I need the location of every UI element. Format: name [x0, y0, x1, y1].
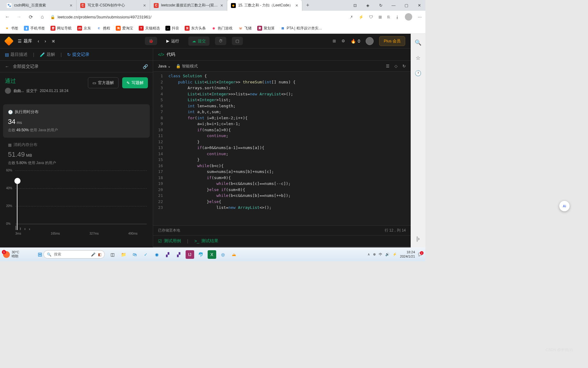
- run-button[interactable]: ▶运行: [163, 36, 183, 46]
- bookmark-item[interactable]: 东东方头条: [185, 26, 206, 31]
- bookmark-item[interactable]: 爱网址导航: [51, 26, 72, 31]
- tab-testcase[interactable]: ☑测试用例: [158, 238, 181, 244]
- weather-widget[interactable]: 1 30°C晴朗: [3, 250, 19, 259]
- bookmark-item[interactable]: C携程: [96, 26, 110, 31]
- close-icon[interactable]: ✕: [295, 3, 298, 8]
- reset-icon[interactable]: ↻: [402, 64, 406, 68]
- extensions-icon[interactable]: ◈: [362, 0, 374, 11]
- tabs-icon[interactable]: ⊞: [379, 15, 382, 19]
- bookmark-item[interactable]: ▤PTA | 程序设计类实…: [280, 26, 322, 31]
- code-editor[interactable]: 1234567891011121314151617181920212223 cl…: [153, 72, 411, 225]
- explorer-icon[interactable]: 📁: [119, 250, 128, 259]
- app-icon[interactable]: ⛰: [230, 250, 238, 259]
- download-tray-icon[interactable]: ⭳: [395, 15, 399, 19]
- tab-testresult[interactable]: >_测试结果: [194, 238, 218, 244]
- note-button[interactable]: ▢: [232, 37, 243, 45]
- star-icon[interactable]: ☆: [416, 55, 420, 61]
- next-problem-button[interactable]: ›: [45, 39, 46, 44]
- widget-icon[interactable]: ◧: [98, 252, 101, 257]
- search-icon[interactable]: 🔍: [415, 39, 421, 46]
- flash-icon[interactable]: ⚡: [359, 15, 364, 19]
- language-select[interactable]: Java ⌄: [158, 64, 171, 68]
- download-icon[interactable]: ⊡: [349, 0, 361, 11]
- start-button[interactable]: ⊞: [38, 251, 42, 258]
- collapse-icon[interactable]: |›: [417, 236, 420, 242]
- submit-button[interactable]: ☁提交: [188, 36, 209, 46]
- prev-problem-button[interactable]: ‹: [38, 39, 39, 44]
- bookmark-item[interactable]: 聚聚划算: [257, 26, 275, 31]
- bookmark-item[interactable]: 淘爱淘宝: [116, 26, 133, 31]
- shuffle-button[interactable]: ⤨: [51, 39, 55, 44]
- task-view-icon[interactable]: ◫: [108, 250, 117, 259]
- minimize-button[interactable]: —: [387, 0, 400, 11]
- clock[interactable]: 18:242024/1/21: [400, 250, 415, 258]
- all-submissions-label[interactable]: 全部提交记录: [13, 64, 39, 69]
- timer-button[interactable]: ⏱: [215, 37, 226, 45]
- edge2-icon[interactable]: ◎: [219, 250, 227, 259]
- close-icon[interactable]: ✕: [143, 3, 146, 8]
- vs2-icon[interactable]: ▞: [175, 250, 183, 259]
- format-icon[interactable]: ☰: [386, 64, 390, 68]
- tray-chevron[interactable]: ∧: [368, 252, 370, 256]
- avatar[interactable]: [366, 37, 374, 45]
- browser-tab-0[interactable]: 🐾csdn网站_百度搜索✕: [3, 0, 77, 11]
- back-button[interactable]: ←: [4, 14, 11, 20]
- browser-tab-3[interactable]: ◆15. 三数之和 - 力扣（LeetCode）✕: [227, 0, 303, 11]
- browser-tab-1[interactable]: C写文章-CSDN创作中心✕: [77, 0, 150, 11]
- settings-icon[interactable]: ⚙: [341, 39, 345, 43]
- official-solution-button[interactable]: ▭官方题解: [88, 77, 119, 88]
- back-arrow-button[interactable]: ←: [5, 64, 9, 69]
- voice-icon[interactable]: 🎤: [91, 252, 96, 257]
- bookmark-item[interactable]: ★书签: [5, 26, 18, 31]
- bookmark-item[interactable]: ♪抖音: [165, 26, 179, 31]
- debug-button[interactable]: 🐞: [145, 37, 157, 45]
- bookmark-item[interactable]: ▮手机书签: [24, 26, 45, 31]
- url-input[interactable]: 🔒leetcode.cn/problems/3sum/submissions/4…: [50, 15, 345, 19]
- bookmark-item[interactable]: 🐷飞猪: [238, 26, 252, 31]
- shield-icon[interactable]: 🛡: [369, 15, 373, 19]
- bookmark-item[interactable]: T天猫精选: [139, 26, 160, 31]
- mysql-icon[interactable]: 🐬: [197, 250, 205, 259]
- maximize-button[interactable]: ▢: [400, 0, 413, 11]
- code-content[interactable]: class Solution { public List<List<Intege…: [166, 72, 411, 225]
- forward-button[interactable]: →: [15, 14, 23, 20]
- tray-battery[interactable]: ⚡: [393, 252, 397, 256]
- layout-icon[interactable]: ⊞: [333, 39, 336, 43]
- store-icon[interactable]: 🛍: [130, 250, 139, 259]
- problem-set-button[interactable]: ☰题库: [18, 38, 32, 44]
- excel-icon[interactable]: X: [208, 250, 216, 259]
- profile-icon[interactable]: [405, 13, 412, 21]
- home-button[interactable]: ⌂: [39, 14, 46, 20]
- link-icon[interactable]: 🔗: [143, 64, 148, 69]
- refresh-alt-icon[interactable]: ↻: [375, 0, 387, 11]
- leetcode-logo[interactable]: [4, 36, 13, 46]
- todo-icon[interactable]: ✓: [141, 250, 150, 259]
- tray-network[interactable]: ⊕: [373, 252, 376, 256]
- close-button[interactable]: ✕: [413, 0, 425, 11]
- notification-icon[interactable]: 💬2: [418, 252, 422, 256]
- close-icon[interactable]: ✕: [70, 3, 73, 8]
- streak-button[interactable]: 🔥0: [351, 39, 360, 44]
- bookmark-icon[interactable]: ◇: [394, 64, 398, 68]
- tab-solution[interactable]: 🧪题解: [40, 52, 55, 57]
- new-tab-button[interactable]: +: [302, 2, 313, 9]
- history-icon[interactable]: 🕐: [415, 70, 421, 77]
- tab-submissions[interactable]: ↻提交记录: [67, 52, 89, 57]
- bookmark-item[interactable]: ◉热门游戏: [211, 26, 232, 31]
- vs-icon[interactable]: ▞: [164, 250, 172, 259]
- tab-description[interactable]: ▤题目描述: [5, 52, 28, 57]
- refresh-button[interactable]: ⟳: [27, 14, 34, 20]
- browser-tab-2[interactable]: Cleetcode:最接近的三数之和---(双…✕: [150, 0, 227, 11]
- edge-icon[interactable]: ◉: [153, 250, 161, 259]
- tray-volume[interactable]: 🔊: [385, 252, 390, 256]
- tray-ime[interactable]: 中: [379, 252, 382, 257]
- collections-icon[interactable]: ⎘: [387, 15, 390, 19]
- menu-icon[interactable]: ⋯: [418, 15, 422, 19]
- close-icon[interactable]: ✕: [220, 3, 223, 8]
- taskbar-search[interactable]: 🔍搜索🎤◧: [43, 250, 105, 259]
- open-icon[interactable]: ⭷: [349, 15, 353, 19]
- smart-mode-toggle[interactable]: 🔒 智能模式: [176, 63, 198, 69]
- write-solution-button[interactable]: ✎写题解: [122, 77, 148, 88]
- intellij-icon[interactable]: IJ: [186, 250, 194, 259]
- plus-button[interactable]: Plus 会员: [379, 36, 405, 46]
